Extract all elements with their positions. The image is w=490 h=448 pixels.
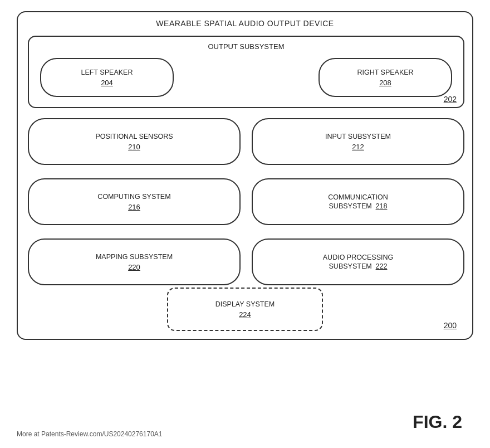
computing-system-box: COMPUTING SYSTEM 216 — [28, 178, 241, 225]
display-system-title: DISPLAY SYSTEM — [215, 300, 275, 309]
output-subsystem-label: OUTPUT SUBSYSTEM — [29, 42, 463, 51]
row3: MAPPING SUBSYSTEM 220 AUDIO PROCESSING S… — [28, 238, 464, 285]
row2: COMPUTING SYSTEM 216 COMMUNICATION SUBSY… — [28, 178, 464, 225]
mapping-subsystem-box: MAPPING SUBSYSTEM 220 — [28, 238, 241, 285]
left-speaker-title: LEFT SPEAKER — [81, 68, 133, 77]
diagram-container: WEARABLE SPATIAL AUDIO OUTPUT DEVICE OUT… — [17, 11, 473, 340]
mapping-subsystem-title: MAPPING SUBSYSTEM — [96, 252, 173, 261]
input-subsystem-title: INPUT SUBSYSTEM — [325, 132, 391, 141]
output-subsystem-box: OUTPUT SUBSYSTEM LEFT SPEAKER 204 RIGHT … — [28, 36, 464, 108]
ref-200: 200 — [444, 321, 457, 330]
computing-system-title: COMPUTING SYSTEM — [97, 192, 170, 201]
input-subsystem-number: 212 — [352, 143, 364, 151]
audio-processing-box: AUDIO PROCESSING SUBSYSTEM 222 — [252, 238, 464, 285]
input-subsystem-box: INPUT SUBSYSTEM 212 — [252, 118, 464, 165]
display-system-number: 224 — [239, 310, 251, 319]
display-system-box: DISPLAY SYSTEM 224 — [167, 288, 323, 331]
outer-title: WEARABLE SPATIAL AUDIO OUTPUT DEVICE — [18, 19, 472, 28]
communication-subsystem-box: COMMUNICATION SUBSYSTEM 218 — [252, 178, 464, 225]
left-speaker-number: 204 — [101, 79, 113, 87]
ref-202: 202 — [444, 95, 457, 104]
positional-sensors-title: POSITIONAL SENSORS — [95, 132, 173, 141]
computing-system-number: 216 — [128, 203, 140, 211]
row1: POSITIONAL SENSORS 210 INPUT SUBSYSTEM 2… — [28, 118, 464, 165]
bottom-url: More at Patents-Review.com/US20240276170… — [17, 430, 163, 438]
audio-processing-title: AUDIO PROCESSING SUBSYSTEM 222 — [323, 253, 393, 271]
left-speaker-box: LEFT SPEAKER 204 — [40, 58, 174, 97]
positional-sensors-box: POSITIONAL SENSORS 210 — [28, 118, 241, 165]
right-speaker-title: RIGHT SPEAKER — [357, 68, 413, 77]
right-speaker-number: 208 — [379, 79, 391, 87]
right-speaker-box: RIGHT SPEAKER 208 — [318, 58, 452, 97]
mapping-subsystem-number: 220 — [128, 263, 140, 271]
communication-subsystem-title: COMMUNICATION SUBSYSTEM 218 — [328, 193, 388, 211]
fig-label: FIG. 2 — [413, 412, 462, 432]
positional-sensors-number: 210 — [128, 143, 140, 151]
